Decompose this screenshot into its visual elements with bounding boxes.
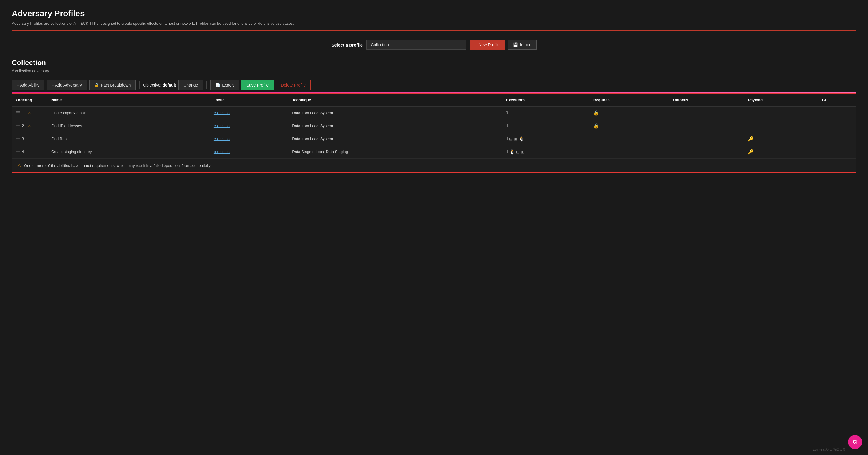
technique-cell: Data Staged: Local Data Staging <box>288 145 503 158</box>
toolbar: + Add Ability + Add Adversary 🔒 Fact Bre… <box>12 80 856 90</box>
apple-executor-icon:  <box>506 149 508 155</box>
requires-cell <box>590 145 670 158</box>
unlocks-cell <box>670 145 744 158</box>
ability-name: Create staging directory <box>48 145 210 158</box>
linux-executor-icon: 🐧 <box>509 149 515 155</box>
table-header-row: Ordering Name Tactic Technique Executors… <box>12 94 856 106</box>
executors-cell:  <box>503 106 590 120</box>
cl-cell <box>818 145 856 158</box>
col-unlocks: Unlocks <box>670 94 744 106</box>
payload-cell: 🔑 <box>744 145 818 158</box>
unmet-requirements-warning: ⚠ One or more of the abilities have unme… <box>12 158 856 172</box>
apple-executor-icon:  <box>506 136 508 141</box>
requires-cell: 🔒 <box>590 120 670 132</box>
row-number: 3 <box>22 136 24 141</box>
delete-profile-button[interactable]: Delete Profile <box>276 80 311 90</box>
windows-executor-icon: ⊞ <box>509 136 513 141</box>
tactic-link[interactable]: collection <box>214 111 230 115</box>
toolbar-divider <box>139 81 140 89</box>
table-row: ☰ 1 ⚠ Find company emails collection Dat… <box>12 106 856 120</box>
windows-executor-icon: ⊞ <box>521 150 524 154</box>
payload-cell <box>744 120 818 132</box>
col-tactic: Tactic <box>210 94 288 106</box>
row-number: 4 <box>22 150 24 154</box>
add-ability-button[interactable]: + Add Ability <box>12 80 44 90</box>
executors-cell: ⊞⊞🐧 <box>503 132 590 145</box>
profile-select-input[interactable] <box>366 40 466 50</box>
abilities-table: Ordering Name Tactic Technique Executors… <box>12 94 856 158</box>
unlocks-cell <box>670 120 744 132</box>
requires-cell: 🔒 <box>590 106 670 120</box>
collection-description: A collection adversary <box>12 69 856 73</box>
warning-icon: ⚠ <box>27 124 31 128</box>
drag-handle[interactable]: ☰ <box>16 110 20 116</box>
key-icon: 🔑 <box>748 136 754 141</box>
profile-select-row: Select a profile + New Profile 💾 Import <box>12 40 856 50</box>
warning-triangle-icon: ⚠ <box>17 163 21 168</box>
drag-handle[interactable]: ☰ <box>16 136 20 141</box>
tactic-link[interactable]: collection <box>214 136 230 141</box>
save-profile-button[interactable]: Save Profile <box>242 80 274 90</box>
table-row: ☰ 3 Find files collection Data from Loca… <box>12 132 856 145</box>
import-button[interactable]: 💾 Import <box>508 40 537 50</box>
page-title: Adversary Profiles <box>12 9 856 18</box>
key-icon: 🔑 <box>748 149 754 154</box>
unlocks-cell <box>670 132 744 145</box>
tactic-link[interactable]: collection <box>214 124 230 128</box>
col-requires: Requires <box>590 94 670 106</box>
table-row: ☰ 2 ⚠ Find IP addresses collection Data … <box>12 120 856 132</box>
technique-cell: Data from Local System <box>288 106 503 120</box>
fact-breakdown-button[interactable]: 🔒 Fact Breakdown <box>89 80 136 90</box>
col-payload: Payload <box>744 94 818 106</box>
drag-handle[interactable]: ☰ <box>16 149 20 155</box>
lock-fact-icon: 🔒 <box>94 83 99 88</box>
cl-cell <box>818 106 856 120</box>
collection-header: Collection A collection adversary <box>12 59 856 73</box>
lock-icon: 🔒 <box>593 123 599 128</box>
top-divider <box>12 30 856 31</box>
col-cl: Cl <box>818 94 856 106</box>
collection-title: Collection <box>12 59 856 67</box>
ability-name: Find IP addresses <box>48 120 210 132</box>
watermark: CSDN @达人的深大是 <box>813 448 846 452</box>
windows-executor-icon: ⊞ <box>514 136 517 141</box>
import-icon: 💾 <box>513 42 518 47</box>
col-ordering: Ordering <box>12 94 48 106</box>
ability-name: Find company emails <box>48 106 210 120</box>
export-button[interactable]: 📄 Export <box>210 80 239 90</box>
unlocks-cell <box>670 106 744 120</box>
windows-executor-icon: ⊞ <box>516 150 520 154</box>
executors-cell: 🐧⊞⊞ <box>503 145 590 158</box>
executors-cell:  <box>503 120 590 132</box>
table-row: ☰ 4 Create staging directory collection … <box>12 145 856 158</box>
drag-handle[interactable]: ☰ <box>16 123 20 129</box>
row-number: 2 <box>22 124 24 128</box>
apple-executor-icon:  <box>506 123 508 129</box>
col-technique: Technique <box>288 94 503 106</box>
col-name: Name <box>48 94 210 106</box>
abilities-table-container: Ordering Name Tactic Technique Executors… <box>12 93 856 173</box>
payload-cell <box>744 106 818 120</box>
ability-name: Find files <box>48 132 210 145</box>
tactic-link[interactable]: collection <box>214 150 230 154</box>
warning-icon: ⚠ <box>27 111 31 116</box>
requires-cell <box>590 132 670 145</box>
linux-executor-icon: 🐧 <box>519 136 524 141</box>
export-icon: 📄 <box>215 83 220 88</box>
col-executors: Executors <box>503 94 590 106</box>
cl-cell <box>818 132 856 145</box>
apple-executor-icon:  <box>506 110 508 116</box>
change-objective-button[interactable]: Change <box>179 80 203 90</box>
add-adversary-button[interactable]: + Add Adversary <box>47 80 87 90</box>
page-subtitle: Adversary Profiles are collections of AT… <box>12 21 856 26</box>
ci-badge: CI <box>848 435 862 449</box>
cl-cell <box>818 120 856 132</box>
technique-cell: Data from Local System <box>288 120 503 132</box>
row-number: 1 <box>22 111 24 115</box>
profile-select-label: Select a profile <box>331 42 363 47</box>
payload-cell: 🔑 <box>744 132 818 145</box>
lock-icon: 🔒 <box>593 110 599 116</box>
objective-label: Objective: default <box>143 83 176 88</box>
new-profile-button[interactable]: + New Profile <box>470 40 505 50</box>
technique-cell: Data from Local System <box>288 132 503 145</box>
